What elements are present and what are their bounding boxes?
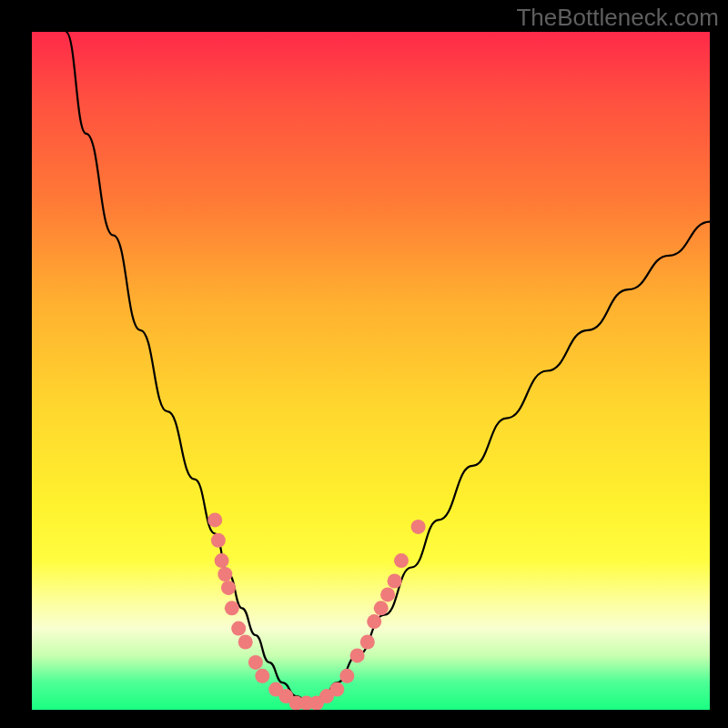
highlight-point — [367, 614, 381, 629]
highlight-point — [225, 601, 239, 615]
highlight-points — [207, 512, 425, 710]
highlight-point — [339, 669, 354, 683]
highlight-point — [217, 567, 232, 581]
highlight-point — [411, 520, 426, 534]
highlight-point — [360, 635, 375, 650]
highlight-point — [215, 553, 229, 568]
highlight-point — [394, 553, 409, 568]
chart-plot-area — [32, 32, 710, 710]
chart-svg — [32, 32, 710, 710]
highlight-point — [329, 682, 344, 697]
highlight-point — [350, 648, 365, 662]
highlight-point — [238, 635, 253, 650]
highlight-point — [248, 655, 263, 670]
watermark-text: TheBottleneck.com — [516, 4, 719, 32]
bottleneck-curve — [66, 32, 710, 703]
highlight-point — [380, 587, 395, 602]
highlight-point — [231, 622, 246, 636]
highlight-point — [221, 581, 236, 595]
highlight-point — [207, 512, 222, 527]
highlight-point — [388, 574, 402, 589]
highlight-point — [211, 533, 226, 548]
highlight-point — [255, 669, 269, 683]
highlight-point — [374, 601, 389, 615]
